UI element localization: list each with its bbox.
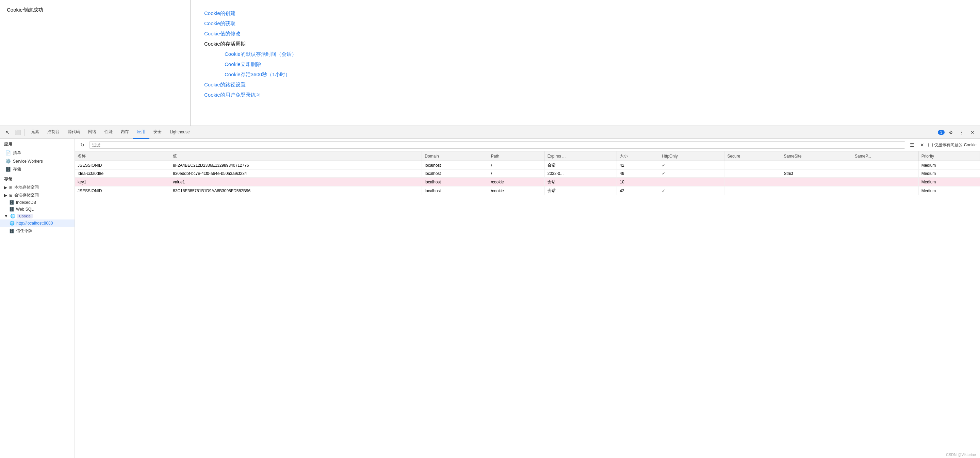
table-cell	[724, 178, 781, 186]
table-column-header[interactable]: SameP...	[852, 151, 918, 161]
devtools-tab-源代码[interactable]: 源代码	[64, 126, 84, 139]
table-column-header[interactable]: 值	[170, 151, 422, 161]
more-options-button[interactable]: ⋮	[957, 127, 966, 137]
toolbar-separator-1	[24, 129, 25, 136]
devtools-tab-性能[interactable]: 性能	[100, 126, 117, 139]
table-row[interactable]: JSESSIONID8F2A4BEC212D2336E1329893407127…	[75, 161, 980, 170]
localhost-icon: 🌐	[10, 221, 14, 226]
manifest-icon: 📄	[5, 150, 11, 156]
main-panel: ↻ ☰ ✕ 仅显示有问题的 Cookie 名称值DomainPathExpire…	[75, 139, 980, 458]
toolbar-right: 3 ⚙ ⋮ ✕	[938, 127, 977, 137]
filter-actions: ☰ ✕ 仅显示有问题的 Cookie	[908, 141, 977, 149]
table-cell: Medium	[918, 170, 980, 178]
nav-link[interactable]: Cookie立即删除	[204, 59, 966, 69]
table-column-header[interactable]: SameSite	[781, 151, 852, 161]
sidebar-item-local-storage[interactable]: ▶ ⊞ 本地存储空间	[0, 183, 75, 191]
nav-link: Cookie的存活周期	[204, 39, 966, 49]
table-cell	[724, 170, 781, 178]
devtools-tab-应用[interactable]: 应用	[133, 126, 150, 139]
devtools-tab-内存[interactable]: 内存	[117, 126, 133, 139]
devtools-tab-网络[interactable]: 网络	[84, 126, 100, 139]
sidebar-item-localhost[interactable]: 🌐 http://localhost:8080	[0, 219, 75, 227]
sidebar: 应用 📄 清单 ⚙️ Service Workers 🗄️ 存储 存储 ▶ ⊞ …	[0, 139, 75, 458]
cookie-success-text: Cookie创建成功	[7, 7, 43, 13]
cookie-badge: Cookie	[17, 214, 33, 218]
sidebar-item-session-storage[interactable]: ▶ ⊞ 会话存储空间	[0, 191, 75, 199]
storage-label: 存储	[13, 166, 21, 172]
table-column-header[interactable]: Expires ...	[544, 151, 617, 161]
table-cell: 会话	[544, 161, 617, 170]
table-cell: localhost	[422, 170, 488, 178]
nav-link[interactable]: Cookie存活3600秒（1小时）	[204, 69, 966, 80]
table-cell: ✓	[659, 161, 724, 170]
devtools-tab-控制台[interactable]: 控制台	[43, 126, 64, 139]
table-cell	[724, 186, 781, 195]
issues-badge[interactable]: 3	[938, 130, 945, 135]
table-cell: Medium	[918, 178, 980, 186]
nav-link[interactable]: Cookie的获取	[204, 18, 966, 29]
table-cell: 8F2A4BEC212D2336E132989340712776	[170, 161, 422, 170]
table-row[interactable]: Idea-ccfa0d8e830eddbf-bc7e-4cf0-a64e-b50…	[75, 170, 980, 178]
devtools-tab-Lighthouse[interactable]: Lighthouse	[166, 126, 194, 139]
filter-input[interactable]	[89, 141, 905, 149]
indexeddb-label: IndexedDB	[16, 200, 36, 205]
table-cell	[781, 186, 852, 195]
websql-icon: 🗄️	[9, 207, 14, 212]
table-row[interactable]: JSESSIONID83C18E385781B1D9AA8B3095FD582B…	[75, 186, 980, 195]
show-issues-label: 仅显示有问题的 Cookie	[934, 142, 977, 148]
trust-token-icon: 🗄️	[9, 229, 14, 234]
cookie-table: 名称值DomainPathExpires ...大小HttpOnlySecure…	[75, 151, 980, 195]
sidebar-item-websql[interactable]: ▶ 🗄️ Web SQL	[0, 206, 75, 213]
table-cell: /	[488, 161, 544, 170]
table-column-header[interactable]: Domain	[422, 151, 488, 161]
nav-link[interactable]: Cookie的路径设置	[204, 80, 966, 90]
table-cell	[852, 178, 918, 186]
table-row[interactable]: key1value1localhost/cookie会话10Medium	[75, 178, 980, 186]
table-column-header[interactable]: Path	[488, 151, 544, 161]
sidebar-item-cookie-group[interactable]: ▼ 🌐 Cookie	[0, 213, 75, 219]
sidebar-item-storage[interactable]: 🗄️ 存储	[0, 165, 75, 173]
table-cell	[781, 161, 852, 170]
cookie-group-icon: 🌐	[10, 214, 15, 218]
devtools-tab-元素[interactable]: 元素	[27, 126, 43, 139]
table-cell: /cookie	[488, 186, 544, 195]
sidebar-item-manifest[interactable]: 📄 清单	[0, 149, 75, 157]
table-cell	[852, 161, 918, 170]
settings-button[interactable]: ⚙	[946, 127, 956, 137]
sidebar-item-service-workers[interactable]: ⚙️ Service Workers	[0, 157, 75, 165]
nav-link[interactable]: Cookie的用户免登录练习	[204, 90, 966, 100]
show-issues-checkbox-label[interactable]: 仅显示有问题的 Cookie	[928, 142, 977, 148]
table-column-header[interactable]: 名称	[75, 151, 170, 161]
device-toggle-button[interactable]: ⬜	[13, 127, 22, 137]
table-cell: key1	[75, 178, 170, 186]
filter-options-button[interactable]: ☰	[908, 141, 916, 149]
nav-link[interactable]: Cookie值的修改	[204, 29, 966, 39]
trust-tokens-label: 信任令牌	[16, 228, 32, 234]
table-column-header[interactable]: Priority	[918, 151, 980, 161]
websql-label: Web SQL	[16, 207, 34, 212]
refresh-button[interactable]: ↻	[78, 141, 86, 149]
table-column-header[interactable]: 大小	[617, 151, 659, 161]
table-column-header[interactable]: Secure	[724, 151, 781, 161]
storage-section-title: 存储	[0, 173, 75, 183]
nav-link[interactable]: Cookie的默认存活时间（会话）	[204, 49, 966, 59]
table-cell	[852, 170, 918, 178]
cursor-tool-button[interactable]: ↖	[3, 127, 12, 137]
localhost-label: http://localhost:8080	[16, 221, 53, 226]
show-issues-checkbox[interactable]	[928, 143, 933, 147]
table-cell: 49	[617, 170, 659, 178]
watermark: CSDN @Viktoriae	[946, 453, 976, 456]
table-column-header[interactable]: HttpOnly	[659, 151, 724, 161]
close-devtools-button[interactable]: ✕	[968, 127, 977, 137]
table-cell: Idea-ccfa0d8e	[75, 170, 170, 178]
sidebar-item-indexeddb[interactable]: ▶ 🗄️ IndexedDB	[0, 199, 75, 206]
clear-filter-button[interactable]: ✕	[918, 141, 926, 149]
indexeddb-icon: 🗄️	[9, 200, 14, 205]
sidebar-item-trust-tokens[interactable]: ▶ 🗄️ 信任令牌	[0, 227, 75, 235]
devtools-tab-安全[interactable]: 安全	[150, 126, 166, 139]
table-cell: value1	[170, 178, 422, 186]
table-cell: 83C18E385781B1D9AA8B3095FD582B96	[170, 186, 422, 195]
nav-link[interactable]: Cookie的创建	[204, 8, 966, 18]
table-cell	[852, 186, 918, 195]
table-cell: JSESSIONID	[75, 161, 170, 170]
